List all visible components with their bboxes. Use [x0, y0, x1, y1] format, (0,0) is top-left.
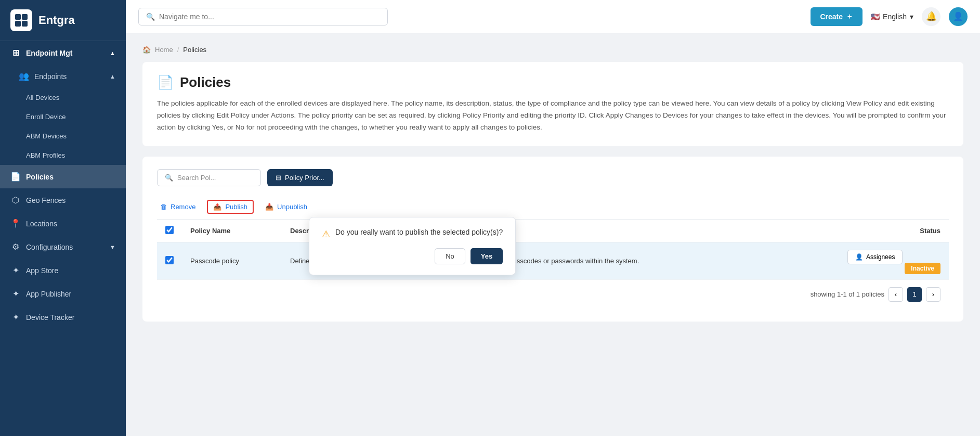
sidebar-item-label: App Publisher: [26, 290, 71, 298]
logo-icon: [10, 9, 32, 31]
logo-text: Entgra: [38, 14, 75, 27]
sidebar-item-app-publisher[interactable]: ✦ App Publisher: [0, 282, 126, 305]
sidebar-item-endpoint-mgt[interactable]: ⊞ Endpoint Mgt ▲: [0, 41, 126, 65]
unpublish-label: Unpublish: [277, 203, 307, 211]
assignees-button[interactable]: 👤 Assignees: [847, 250, 903, 264]
chevron-up-icon: ▲: [110, 50, 115, 56]
sidebar-item-abm-profiles[interactable]: ABM Profiles: [0, 146, 126, 165]
app-publisher-icon: ✦: [10, 289, 21, 299]
create-button[interactable]: Create ＋: [811, 7, 863, 26]
sidebar-item-locations[interactable]: 📍 Locations: [0, 212, 126, 235]
app-store-icon: ✦: [10, 265, 21, 275]
sidebar-item-configurations[interactable]: ⚙ Configurations ▼: [0, 235, 126, 259]
home-icon: 🏠: [142, 46, 151, 54]
policies-icon: 📄: [10, 172, 21, 182]
sidebar-item-all-devices[interactable]: All Devices: [0, 88, 126, 107]
search-policy-icon: 🔍: [165, 174, 173, 182]
action-row: 🗑 Remove 📤 Publish 📥 Unpublish: [157, 195, 949, 219]
publish-icon: 📤: [213, 203, 221, 211]
sidebar-item-abm-devices[interactable]: ABM Devices: [0, 126, 126, 146]
remove-icon: 🗑: [160, 203, 167, 211]
chevron-up-icon: ▲: [110, 73, 115, 80]
content-area: 🏠 Home / Policies 📄 Policies The policie…: [126, 33, 980, 436]
config-icon: ⚙: [10, 242, 21, 252]
pagination-row: showing 1-1 of 1 policies ‹ 1 ›: [157, 280, 949, 309]
sidebar-item-device-tracker[interactable]: ✦ Device Tracker: [0, 305, 126, 329]
grid-icon: ⊞: [10, 48, 21, 58]
select-all-checkbox[interactable]: [165, 226, 174, 234]
table-row: Passcode policy Define the characteristi…: [157, 242, 949, 279]
sidebar-item-enroll-device[interactable]: Enroll Device: [0, 107, 126, 126]
sidebar-item-endpoints[interactable]: 👥 Endpoints ▲: [0, 65, 126, 88]
notification-button[interactable]: 🔔: [922, 7, 940, 26]
status-badge: Inactive: [905, 263, 940, 274]
page-1-button[interactable]: 1: [907, 287, 922, 302]
publish-label: Publish: [225, 203, 247, 211]
geo-fences-icon: ⬡: [10, 195, 21, 205]
policy-priority-label: Policy Prior...: [285, 174, 324, 182]
breadcrumb-home[interactable]: Home: [155, 46, 173, 54]
confirm-no-button[interactable]: No: [435, 248, 465, 264]
chevron-down-icon: ▾: [910, 12, 913, 21]
publish-button[interactable]: 📤 Publish: [207, 200, 254, 214]
page-title: 📄 Policies: [157, 74, 949, 91]
sidebar-item-geo-fences[interactable]: ⬡ Geo Fences: [0, 188, 126, 212]
search-icon: 🔍: [146, 12, 155, 21]
language-selector[interactable]: 🇺🇸 English ▾: [871, 12, 913, 21]
page-title-icon: 📄: [157, 74, 174, 91]
sidebar-item-app-store[interactable]: ✦ App Store: [0, 259, 126, 282]
confirm-yes-button[interactable]: Yes: [471, 248, 503, 264]
page-title-text: Policies: [180, 74, 231, 91]
endpoints-icon: 👥: [19, 71, 29, 81]
topbar-search-box[interactable]: 🔍: [138, 8, 388, 25]
topbar-right: Create ＋ 🇺🇸 English ▾ 🔔 👤: [811, 7, 968, 26]
sidebar-logo: Entgra: [0, 0, 126, 41]
page-description: The policies applicable for each of the …: [157, 98, 949, 134]
breadcrumb-current: Policies: [183, 46, 206, 54]
svg-rect-3: [22, 21, 28, 27]
prev-page-button[interactable]: ‹: [888, 287, 903, 302]
sidebar-sub-item-label: Enroll Device: [26, 113, 66, 121]
sidebar: Entgra ⊞ Endpoint Mgt ▲ 👥 Endpoints ▲ Al…: [0, 0, 126, 436]
svg-rect-1: [22, 14, 28, 20]
flag-icon: 🇺🇸: [871, 12, 880, 21]
next-page-button[interactable]: ›: [926, 287, 940, 302]
remove-label: Remove: [171, 203, 195, 211]
policy-priority-button[interactable]: ⊟ Policy Prior...: [267, 169, 333, 186]
priority-icon: ⊟: [276, 174, 281, 182]
sidebar-sub-item-label: ABM Profiles: [26, 151, 65, 159]
sidebar-item-label: Endpoints: [34, 72, 67, 81]
device-tracker-icon: ✦: [10, 312, 21, 322]
confirm-popup-content: ⚠ Do you really want to publish the sele…: [322, 228, 503, 240]
sidebar-item-policies[interactable]: 📄 Policies: [0, 165, 126, 188]
chevron-down-icon: ▼: [110, 244, 115, 250]
language-label: English: [883, 12, 907, 21]
sidebar-item-label: Locations: [26, 220, 57, 228]
remove-button[interactable]: 🗑 Remove: [157, 201, 199, 213]
sidebar-item-label: App Store: [26, 266, 58, 275]
sidebar-sub-item-label: ABM Devices: [26, 132, 67, 140]
sidebar-item-label: Geo Fences: [26, 196, 66, 204]
bell-icon: 🔔: [926, 11, 937, 22]
search-policy-box[interactable]: 🔍 Search Pol...: [157, 169, 261, 186]
breadcrumb: 🏠 Home / Policies: [142, 46, 963, 54]
sidebar-item-label: Endpoint Mgt: [26, 49, 72, 57]
user-avatar[interactable]: 👤: [949, 7, 968, 26]
assignees-icon: 👤: [855, 253, 863, 261]
toolbar-row: 🔍 Search Pol... ⊟ Policy Prior...: [157, 169, 949, 186]
sidebar-sub-item-label: All Devices: [26, 94, 59, 101]
create-label: Create: [820, 12, 843, 21]
avatar-icon: 👤: [953, 11, 963, 21]
search-input[interactable]: [159, 12, 380, 21]
col-status: Status: [839, 219, 949, 242]
location-icon: 📍: [10, 219, 21, 228]
svg-rect-2: [15, 21, 21, 27]
assignees-label: Assignees: [866, 253, 895, 261]
confirm-popup: ⚠ Do you really want to publish the sele…: [309, 217, 516, 275]
policy-card: 🔍 Search Pol... ⊟ Policy Prior... 🗑 Remo…: [142, 157, 963, 322]
pagination-showing: showing 1-1 of 1 policies: [811, 290, 884, 298]
search-policy-placeholder: Search Pol...: [177, 174, 216, 182]
policy-name-cell: Passcode policy: [182, 242, 282, 279]
row-checkbox[interactable]: [165, 256, 174, 264]
unpublish-button[interactable]: 📥 Unpublish: [262, 201, 310, 213]
